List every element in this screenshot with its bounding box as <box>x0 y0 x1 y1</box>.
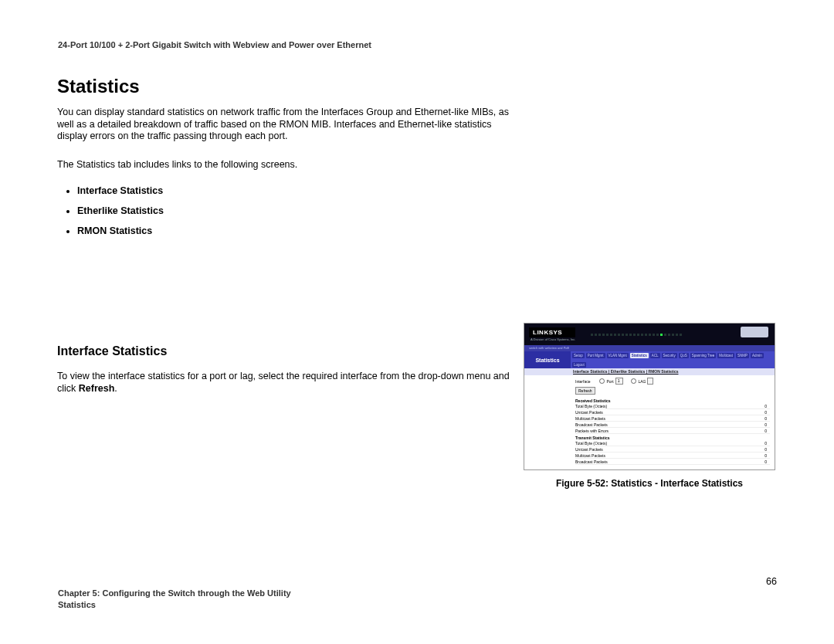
figure-lag-label: LAG <box>638 379 646 384</box>
figure-tab[interactable]: Port Mgmt <box>586 353 605 358</box>
figure-recv-section: Received Statistics <box>575 397 770 403</box>
linksys-logo-sub: A Division of Cisco Systems, Inc. <box>531 337 575 341</box>
table-value: 0 <box>764 453 770 458</box>
figure-tabs: Setup Port Mgmt VLAN Mgmt Statistics ACL… <box>571 351 775 368</box>
figure-tab[interactable]: VLAN Mgmt <box>607 353 629 358</box>
figure-tab[interactable]: Spanning Tree <box>690 353 716 358</box>
table-value: 0 <box>764 429 770 433</box>
lag-radio-icon[interactable] <box>631 378 636 384</box>
figure-tab[interactable]: Multicast <box>717 353 734 358</box>
table-value: 0 <box>764 404 770 408</box>
table-label: Multicast Packets <box>575 416 605 421</box>
figure-tab[interactable]: Setup <box>572 353 585 358</box>
figure-tx-section: Transmit Statistics <box>575 434 770 440</box>
intro-paragraph: You can display standard statistics on n… <box>57 107 509 143</box>
linksys-logo: LINKSYS <box>529 327 575 337</box>
figure-5-52: LINKSYS A Division of Cisco Systems, Inc… <box>524 323 775 489</box>
port-leds-icon <box>591 334 683 336</box>
figure-subtabs-text[interactable]: Interface Statistics | Etherlike Statist… <box>573 369 678 374</box>
table-label: Unicast Packets <box>575 410 603 415</box>
table-label: Packets with Errors <box>575 429 609 433</box>
figure-interface-label: Interface <box>575 379 590 384</box>
figure-content: Interface Port 1 LAG Refresh Received St… <box>524 375 775 469</box>
doc-header: 24-Port 10/100 + 2-Port Gigabit Switch w… <box>58 40 371 49</box>
tab-desc-paragraph: The Statistics tab includes links to the… <box>57 159 509 171</box>
list-item: Interface Statistics <box>77 185 164 196</box>
doc-footer: Chapter 5: Configuring the Switch throug… <box>58 588 291 610</box>
interface-para-pre: To view the interface statistics for a p… <box>57 371 510 394</box>
figure-subtabs-row: Interface Statistics | Etherlike Statist… <box>524 368 775 375</box>
figure-tab[interactable]: SNMP <box>736 353 749 358</box>
table-value: 0 <box>764 416 770 421</box>
interface-para-post: . <box>114 383 117 394</box>
figure-tab[interactable]: QoS <box>679 353 689 358</box>
figure-side-label: Statistics <box>524 351 571 368</box>
table-value: 0 <box>764 441 770 446</box>
figure-nav-row: Statistics Setup Port Mgmt VLAN Mgmt Sta… <box>524 351 775 368</box>
figure-tab-active[interactable]: Statistics <box>630 353 649 358</box>
figure-caption: Figure 5-52: Statistics - Interface Stat… <box>524 478 775 489</box>
heading-interface-statistics: Interface Statistics <box>57 344 167 358</box>
figure-refresh-button[interactable]: Refresh <box>575 387 595 395</box>
embedded-screenshot: LINKSYS A Division of Cisco Systems, Inc… <box>524 323 775 470</box>
figure-stats-table: Received Statistics Total Byte (Octets)0… <box>575 397 770 465</box>
page-number: 66 <box>766 576 777 587</box>
figure-lag-select[interactable] <box>647 378 653 385</box>
table-value: 0 <box>764 459 770 464</box>
table-value: 0 <box>764 447 770 452</box>
statistics-links-list: Interface Statistics Etherlike Statistic… <box>63 176 164 246</box>
footer-section: Statistics <box>58 599 291 610</box>
list-item: Etherlike Statistics <box>77 205 164 216</box>
figure-tab[interactable]: Admin <box>751 353 764 358</box>
table-label: Multicast Packets <box>575 453 605 458</box>
table-label: Total Byte (Octets) <box>575 404 607 408</box>
figure-port-select[interactable]: 1 <box>615 378 624 385</box>
table-label: Total Byte (Octets) <box>575 441 607 446</box>
list-item: RMON Statistics <box>77 225 164 236</box>
table-label: Unicast Packets <box>575 447 603 452</box>
product-label-graphic <box>741 327 768 337</box>
figure-tab[interactable]: Security <box>662 353 677 358</box>
figure-subtabs: Interface Statistics | Etherlike Statist… <box>571 368 680 375</box>
figure-interface-row: Interface Port 1 LAG <box>575 378 770 385</box>
footer-chapter: Chapter 5: Configuring the Switch throug… <box>58 588 291 598</box>
interface-paragraph: To view the interface statistics for a p… <box>57 371 511 395</box>
table-value: 0 <box>764 410 770 415</box>
figure-tab[interactable]: Logout <box>572 362 586 368</box>
refresh-keyword: Refresh <box>79 383 115 394</box>
port-radio-icon[interactable] <box>599 378 605 384</box>
figure-switch-line: switch with webview and PoE <box>524 345 775 351</box>
heading-statistics: Statistics <box>57 76 140 97</box>
figure-header-bar: LINKSYS A Division of Cisco Systems, Inc… <box>524 324 775 345</box>
table-label: Broadcast Packets <box>575 459 608 464</box>
table-label: Broadcast Packets <box>575 422 608 427</box>
table-value: 0 <box>764 422 770 427</box>
figure-port-label: Port <box>606 379 613 384</box>
figure-tab[interactable]: ACL <box>650 353 660 358</box>
